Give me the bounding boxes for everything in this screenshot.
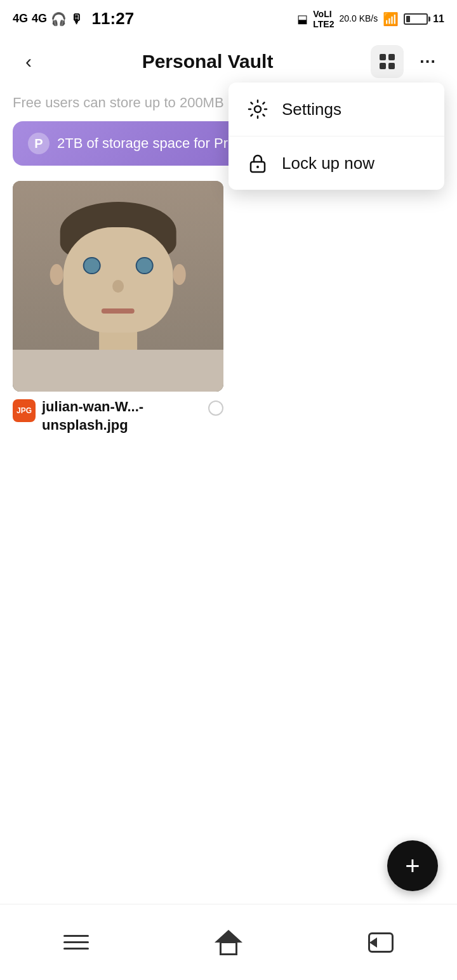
list-item[interactable]: JPG julian-wan-W...-unsplash.jpg	[13, 181, 223, 434]
lock-menu-item[interactable]: Lock up now	[228, 136, 444, 190]
grid-view-button[interactable]	[371, 45, 404, 78]
grid-icon	[380, 54, 395, 69]
add-icon: +	[405, 853, 420, 878]
file-thumbnail	[13, 181, 223, 392]
add-button[interactable]: +	[387, 840, 438, 891]
status-time: 11:27	[92, 9, 135, 29]
lock-icon	[246, 152, 269, 175]
status-icons: 🎧 🎙	[51, 11, 83, 27]
signal2: 4G	[32, 12, 47, 25]
header: ‹ Personal Vault ⋯	[0, 35, 457, 88]
premium-letter: P	[34, 136, 43, 151]
svg-point-0	[255, 106, 261, 112]
battery-level: 11	[433, 13, 444, 25]
home-body	[220, 941, 237, 955]
file-name: julian-wan-W...-unsplash.jpg	[42, 398, 202, 434]
home-nav-button[interactable]	[203, 917, 254, 968]
more-options-button[interactable]: ⋯	[411, 45, 444, 78]
battery-icon	[404, 13, 428, 25]
status-left: 4G 4G 🎧 🎙 11:27	[13, 9, 134, 29]
back-icon: ‹	[25, 51, 32, 72]
file-info: JPG julian-wan-W...-unsplash.jpg	[13, 398, 223, 434]
volte-icon: VoLILTE2	[313, 9, 334, 29]
back-nav-icon	[368, 932, 394, 953]
file-type-label: JPG	[17, 406, 32, 415]
ellipsis-icon: ⋯	[419, 52, 437, 72]
home-roof	[215, 930, 242, 943]
svg-point-2	[256, 166, 259, 168]
home-icon	[216, 930, 241, 955]
file-select-circle[interactable]	[208, 401, 223, 416]
nav-bar	[0, 904, 457, 980]
status-right: ⬓ VoLILTE2 20.0 KB/s 📶 11	[297, 9, 444, 29]
hamburger-icon	[63, 935, 89, 950]
settings-menu-item[interactable]: Settings	[228, 83, 444, 136]
menu-nav-button[interactable]	[51, 917, 102, 968]
file-type-icon: JPG	[13, 399, 36, 422]
bluetooth-icon: ⬓	[297, 12, 308, 26]
settings-label: Settings	[282, 100, 341, 119]
image-preview	[13, 181, 223, 392]
lock-label: Lock up now	[282, 154, 374, 173]
battery-fill	[406, 16, 410, 22]
back-nav-button[interactable]	[355, 917, 406, 968]
back-button[interactable]: ‹	[13, 46, 44, 77]
files-grid: JPG julian-wan-W...-unsplash.jpg	[13, 181, 444, 434]
settings-icon	[246, 98, 269, 121]
speed-indicator: 20.0 KB/s	[340, 13, 378, 24]
wifi-icon: 📶	[383, 11, 399, 27]
status-bar: 4G 4G 🎧 🎙 11:27 ⬓ VoLILTE2 20.0 KB/s 📶 1…	[0, 0, 457, 35]
page-title: Personal Vault	[142, 51, 274, 72]
header-actions: ⋯	[371, 45, 444, 78]
back-nav-arrow	[369, 937, 377, 948]
premium-icon: P	[28, 133, 50, 154]
signal1: 4G	[13, 12, 28, 25]
dropdown-menu: Settings Lock up now	[228, 83, 444, 190]
